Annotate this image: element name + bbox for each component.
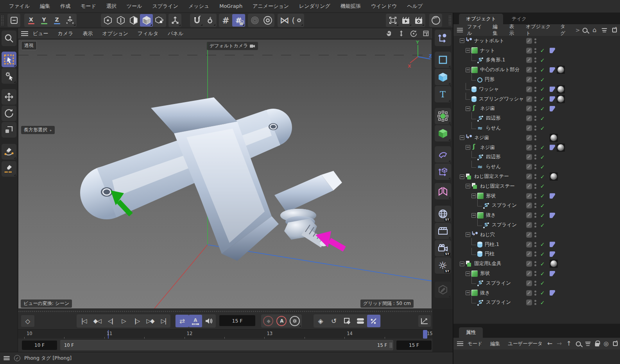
visibility-dots[interactable] [534,232,536,237]
symmetry-settings-icon[interactable]: ( [291,14,304,27]
range-slider[interactable]: 10 F 15 F [60,340,393,350]
move-tool-icon[interactable] [2,89,16,105]
attr-popout-icon[interactable] [613,341,618,346]
menubar-item[interactable]: ヘルプ [402,0,428,13]
dolly-zoom-icon[interactable] [398,30,405,37]
enable-check[interactable]: ✓ [539,174,546,180]
null-object-button[interactable] [435,30,451,46]
phong-tag-icon[interactable] [550,96,555,102]
layer-toggle[interactable] [526,115,532,121]
visibility-dots[interactable] [534,213,536,218]
visibility-dots[interactable] [534,300,536,305]
parameter-key-button[interactable] [354,315,367,327]
enable-check[interactable]: ✓ [539,212,546,219]
enable-check[interactable]: ✓ [539,57,546,63]
enable-check[interactable]: ✓ [539,193,546,199]
layer-toggle[interactable] [526,290,532,296]
scale-key-button[interactable] [340,315,354,327]
object-tree-row[interactable]: 円形✓ [453,75,620,84]
visibility-dots[interactable] [534,97,536,102]
sky-object-button[interactable]: ST [435,206,451,222]
previous-frame-button[interactable]: ◁| [104,315,117,327]
layer-toggle[interactable] [526,154,532,160]
layer-toggle[interactable] [526,38,532,44]
object-tree-row[interactable]: −ナット✓ [453,46,620,56]
viewport-menu-item[interactable]: ビュー [28,30,53,37]
layer-toggle[interactable] [526,203,532,208]
om-menu-icon[interactable] [457,28,463,32]
go-to-end-button[interactable]: ▷| [157,315,170,327]
layer-toggle[interactable] [526,299,532,305]
visibility-dots[interactable] [534,48,536,53]
volume-builder-button[interactable] [435,125,451,142]
object-tree-row[interactable]: らせん✓ [453,162,620,172]
phong-tag-icon[interactable] [550,290,555,296]
object-tree-row[interactable]: −ナットボルト [453,36,620,46]
falloff-settings-icon[interactable] [261,14,274,27]
stage-object-button[interactable] [435,223,451,239]
autokey-toggle-button[interactable]: A [275,315,288,327]
scale-tool-icon[interactable] [2,122,16,138]
tab-takes[interactable]: テイク [505,14,534,24]
visibility-dots[interactable] [534,38,536,43]
interactive-render-sphere-icon[interactable] [429,14,442,27]
attr-menu-item[interactable]: 編集 [486,341,504,347]
material-tag-icon[interactable] [550,134,558,142]
enable-check[interactable]: ✓ [539,125,546,131]
layer-toggle[interactable] [526,106,532,111]
render-settings-icon[interactable] [412,14,425,27]
om-menu-overflow[interactable]: > [573,27,582,33]
expand-toggle[interactable]: − [471,213,476,218]
grid-snap-icon[interactable]: # [219,14,232,27]
enable-check[interactable]: ✓ [539,164,546,170]
viewport-menu-item[interactable]: 表示 [78,30,98,37]
om-popout-icon[interactable] [612,28,617,32]
expand-toggle[interactable]: − [466,68,470,72]
bracket-model[interactable] [80,97,342,261]
layer-toggle[interactable] [526,183,532,189]
sketch-tool-icon[interactable] [2,161,16,177]
menubar-item[interactable]: MoGraph [214,0,247,13]
menubar-item[interactable]: モード [75,0,101,13]
menubar-item[interactable]: 機能拡張 [335,0,366,13]
object-tree-row[interactable]: −ネジ歯✓ [453,143,620,152]
workplane-icon[interactable] [63,14,76,27]
range-start-field[interactable]: 10 F [22,341,57,350]
model-mode-icon[interactable] [140,14,153,27]
phong-tag-icon[interactable] [550,145,555,150]
object-tree-row[interactable]: 円柱✓ [453,249,620,259]
material-tag-icon[interactable] [550,260,558,268]
layer-toggle[interactable] [526,174,532,179]
edges-mode-icon[interactable] [114,14,127,27]
enable-check[interactable]: ✓ [539,77,546,83]
visibility-dots[interactable] [534,164,536,169]
text-object-button[interactable]: T [435,86,451,102]
expand-toggle[interactable]: − [466,145,470,150]
next-frame-button[interactable]: |▷ [130,315,143,327]
menubar-item[interactable]: スプライン [147,0,183,13]
enable-check[interactable]: ✓ [539,299,546,306]
object-tree-row[interactable]: スプライン✓ [453,278,620,288]
om-menu-item[interactable]: ファイル [463,23,489,37]
polygons-mode-icon[interactable] [127,14,140,27]
keyframe-diamond-button[interactable]: ◇ [21,315,34,327]
expand-toggle[interactable]: − [466,106,470,111]
object-tree-row[interactable]: −中心のボルト部分✓ [453,65,620,75]
object-tree-row[interactable]: スプライン✓ [453,298,620,308]
viewport-menu-item[interactable]: フィルタ [133,30,163,37]
enable-check[interactable]: ✓ [539,241,546,247]
cube-primitive-button[interactable] [435,69,451,85]
quantize-icon[interactable]: # [232,14,245,27]
render-region-icon[interactable] [386,14,399,27]
menubar-item[interactable]: ファイル [4,0,35,13]
timeline-grip[interactable] [18,310,432,313]
layer-toggle[interactable] [526,96,532,102]
expand-toggle[interactable]: − [466,48,470,53]
menubar-item[interactable]: レンダリング [294,0,335,13]
search-command-icon[interactable] [2,30,16,46]
object-tree-row[interactable]: −固定用L金具✓ [453,259,620,269]
visibility-dots[interactable] [534,116,536,121]
attr-target-icon[interactable]: ◎ [604,341,609,347]
object-tree-row[interactable]: 四辺形✓ [453,152,620,162]
spline-rectangle-button[interactable] [435,52,451,68]
